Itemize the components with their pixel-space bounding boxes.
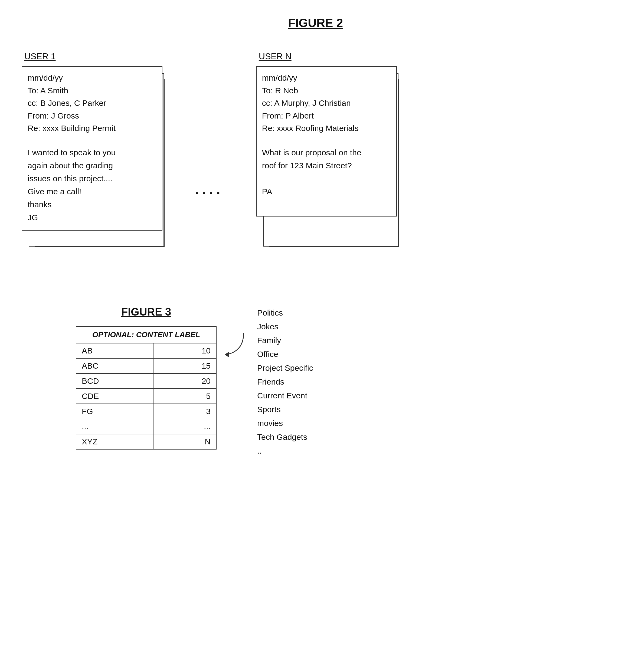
category-item: Family [257,333,313,347]
category-item: Jokes [257,320,313,333]
table-header: OPTIONAL: CONTENT LABEL [76,327,216,343]
figure3-table: OPTIONAL: CONTENT LABEL AB10ABC15BCD20CD… [76,326,216,450]
figure3-wrapper: FIGURE 3 OPTIONAL: CONTENT LABEL AB10ABC… [22,306,609,458]
user1-card-front: mm/dd/yy To: A Smith cc: B Jones, C Park… [22,66,162,231]
category-item: Politics [257,306,313,320]
table-cell-col1: CDE [76,389,153,404]
user1-header-line4: From: J Gross [28,110,157,122]
user1-email-header: mm/dd/yy To: A Smith cc: B Jones, C Park… [22,67,162,140]
categories-list: PoliticsJokesFamilyOfficeProject Specifi… [257,306,313,458]
table-cell-col2: 5 [153,389,216,404]
arrow-icon [219,328,252,384]
user1-header-line2: To: A Smith [28,85,157,97]
user1-email-body: I wanted to speak to you again about the… [22,140,162,230]
category-item: Tech Gadgets [257,430,313,444]
svg-marker-0 [225,352,229,357]
usern-header-line3: cc: A Murphy, J Christian [262,97,391,110]
figure2-title: FIGURE 2 [22,16,609,30]
usern-card-front: mm/dd/yy To: R Neb cc: A Murphy, J Chris… [256,66,397,217]
usern-header-line4: From: P Albert [262,110,391,122]
table-cell-col1: XYZ [76,434,153,449]
table-row: ...... [76,419,216,434]
table-row: AB10 [76,343,216,358]
user1-header-line1: mm/dd/yy [28,72,157,85]
table-cell-col1: BCD [76,374,153,389]
table-cell-col2: 3 [153,404,216,419]
table-cell-col1: FG [76,404,153,419]
usern-email-header: mm/dd/yy To: R Neb cc: A Murphy, J Chris… [257,67,396,140]
category-item: .. [257,444,313,458]
user1-header-line5: Re: xxxx Building Permit [28,122,157,135]
usern-header-line1: mm/dd/yy [262,72,391,85]
user1-header-line3: cc: B Jones, C Parker [28,97,157,110]
category-item: movies [257,416,313,430]
table-cell-col2: 15 [153,358,216,374]
figure3-left: FIGURE 3 OPTIONAL: CONTENT LABEL AB10ABC… [76,306,216,450]
usern-email-stack: mm/dd/yy To: R Neb cc: A Murphy, J Chris… [256,66,408,256]
table-cell-col1: ... [76,419,153,434]
table-cell-col1: ABC [76,358,153,374]
table-row: BCD20 [76,374,216,389]
figure3-title: FIGURE 3 [121,306,171,318]
table-row: FG3 [76,404,216,419]
table-cell-col2: N [153,434,216,449]
user1-column: USER 1 mm/dd/yy To: A Smith cc: B Jones,… [22,51,173,256]
arrow-categories: PoliticsJokesFamilyOfficeProject Specifi… [219,306,313,458]
table-row: ABC15 [76,358,216,374]
category-item: Office [257,347,313,361]
category-item: Sports [257,403,313,416]
table-row: XYZN [76,434,216,449]
ellipsis-separator: .... [195,181,224,197]
usern-column: USER N mm/dd/yy To: R Neb cc: A Murphy, … [256,51,408,256]
category-item: Current Event [257,389,313,403]
figure2-section: USER 1 mm/dd/yy To: A Smith cc: B Jones,… [22,51,609,273]
table-row: CDE5 [76,389,216,404]
table-cell-col2: ... [153,419,216,434]
usern-header-line2: To: R Neb [262,85,391,97]
user1-label: USER 1 [24,51,56,62]
usern-header-line5: Re: xxxx Roofing Materials [262,122,391,135]
category-item: Friends [257,375,313,389]
table-cell-col1: AB [76,343,153,358]
usern-label: USER N [259,51,291,62]
table-cell-col2: 20 [153,374,216,389]
table-cell-col2: 10 [153,343,216,358]
user1-email-stack: mm/dd/yy To: A Smith cc: B Jones, C Park… [22,66,173,256]
category-item: Project Specific [257,361,313,375]
usern-email-body: What is our proposal on the roof for 123… [257,140,396,216]
